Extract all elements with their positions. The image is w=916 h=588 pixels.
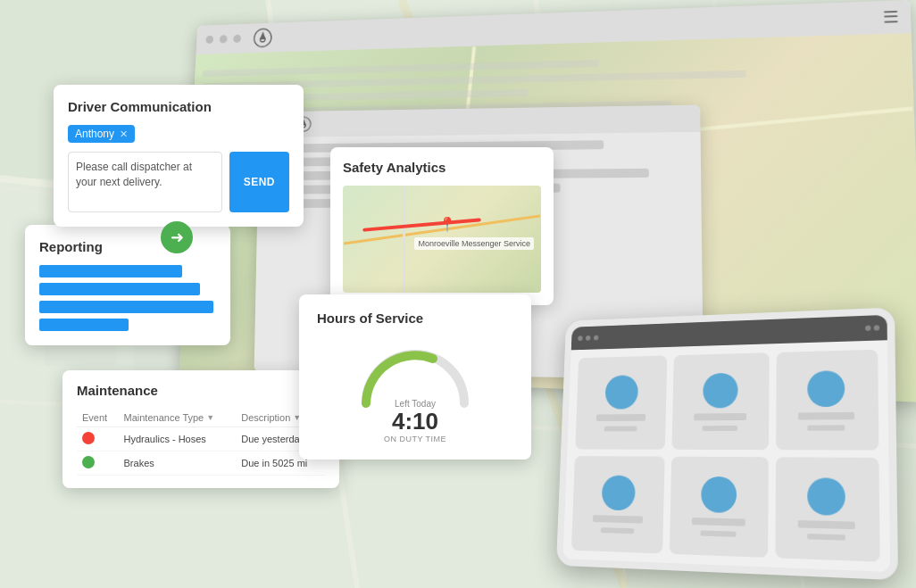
bar-4 — [39, 319, 129, 331]
bar-3 — [39, 301, 213, 313]
maintenance-desc-2: Due in 5025 mi — [241, 458, 307, 468]
tablet-line-short-1 — [604, 426, 637, 431]
driver-comm-title: Driver Communication — [68, 99, 289, 114]
maintenance-desc-1: Due yesterday — [241, 434, 304, 444]
tablet-line-5 — [692, 517, 745, 526]
tablet-card-3 — [776, 350, 879, 451]
tablet-line-1 — [596, 414, 645, 421]
gauge-container — [317, 336, 513, 408]
tablet-line-3 — [798, 411, 854, 419]
description-label: Description — [241, 412, 290, 423]
tablet-dot-4 — [865, 326, 870, 331]
browser-dot-1 — [205, 36, 213, 44]
maintenance-type-2: Brakes — [124, 458, 154, 468]
chevron-down-icon: ▼ — [206, 413, 214, 422]
bar-chart — [39, 265, 216, 331]
maintenance-card: Maintenance Event Maintenance Type ▼ Des… — [62, 370, 339, 488]
tablet-line-short-6 — [808, 534, 846, 541]
browser-dot-2 — [220, 35, 228, 43]
hos-title: Hours of Service — [317, 311, 513, 326]
maintenance-type-filter[interactable]: Maintenance Type ▼ — [124, 412, 215, 423]
tablet-line-6 — [798, 519, 855, 528]
col-event: Event — [77, 409, 119, 427]
maintenance-table-body: Hydraulics - Hoses Due yesterday Brakes … — [77, 427, 325, 476]
remove-recipient-button[interactable]: ✕ — [120, 128, 128, 140]
tablet-card-5 — [670, 457, 768, 558]
tablet-card-1 — [575, 355, 667, 449]
tablet-circle-1 — [604, 375, 638, 410]
safety-road-2 — [403, 186, 405, 293]
browser-dot-3 — [233, 35, 241, 43]
tablet-circle-5 — [701, 476, 737, 512]
maintenance-type-1: Hydraulics - Hoses — [124, 434, 206, 444]
type-cell-1: Hydraulics - Hoses — [119, 427, 237, 451]
status-badge-red — [82, 432, 95, 444]
hos-duty-label: ON DUTY TIME — [317, 435, 513, 443]
hamburger-icon: ☰ — [882, 7, 899, 28]
reporting-card: Reporting — [25, 225, 230, 345]
status-cell-1 — [77, 427, 119, 451]
bar-row-2 — [39, 283, 216, 295]
bar-1 — [39, 265, 182, 277]
table-header-row: Event Maintenance Type ▼ Description ▼ — [77, 409, 325, 427]
hours-of-service-card: Hours of Service Left Today 4:10 ON DUTY… — [299, 294, 531, 460]
bar-row-3 — [39, 301, 216, 313]
tablet-line-2 — [694, 412, 746, 419]
tablet-line-4 — [593, 515, 643, 523]
maintenance-type-label: Maintenance Type — [124, 412, 204, 423]
fleet-logo-icon — [253, 28, 272, 47]
recipient-tag[interactable]: Anthony ✕ — [68, 125, 135, 143]
hos-time-display: 4:10 — [317, 409, 513, 435]
status-cell-2 — [77, 451, 119, 476]
col-maintenance-type: Maintenance Type ▼ — [119, 409, 237, 427]
message-input[interactable]: Please call dispatcher at your next deli… — [68, 152, 222, 212]
status-badge-green — [82, 456, 95, 468]
tablet-circle-6 — [808, 477, 846, 516]
table-row: Brakes Due in 5025 mi — [77, 451, 325, 476]
hos-info: Left Today 4:10 ON DUTY TIME — [317, 399, 513, 443]
driver-communication-card: Driver Communication Anthony ✕ Please ca… — [54, 85, 304, 227]
safety-location-label: Monroeville Messenger Service — [414, 237, 534, 250]
tablet-line-short-2 — [703, 426, 737, 431]
tablet-card-4 — [571, 456, 665, 553]
tablet-circle-3 — [808, 370, 845, 407]
bar-row-1 — [39, 265, 216, 277]
tablet-line-short-3 — [808, 425, 845, 430]
safety-analytics-title: Safety Analytics — [343, 160, 541, 175]
tablet-card-6 — [775, 457, 880, 561]
send-button[interactable]: SEND — [229, 152, 289, 212]
type-cell-2: Brakes — [119, 451, 237, 476]
tablet-dot-3 — [594, 335, 599, 341]
tablet-circle-4 — [601, 475, 635, 510]
recipient-name: Anthony — [75, 128, 114, 140]
tablet-dot-1 — [578, 335, 582, 341]
message-row: Please call dispatcher at your next deli… — [68, 152, 289, 212]
tablet-card-2 — [672, 352, 770, 450]
tablet-line-short-5 — [700, 530, 736, 536]
maintenance-title: Maintenance — [77, 383, 325, 398]
tablet-line-short-4 — [600, 527, 634, 534]
event-header-label: Event — [82, 412, 107, 423]
tablet-device — [556, 307, 898, 580]
safety-map-preview: 📍 Monroeville Messenger Service — [343, 186, 541, 293]
safety-analytics-card: Safety Analytics 📍 Monroeville Messenger… — [330, 147, 554, 305]
bar-2 — [39, 283, 200, 295]
tablet-content — [562, 340, 889, 572]
bar-row-4 — [39, 319, 216, 331]
table-row: Hydraulics - Hoses Due yesterday — [77, 427, 325, 451]
gauge-chart — [353, 336, 478, 408]
tablet-circle-2 — [703, 372, 738, 408]
tablet-dot-5 — [874, 325, 879, 330]
tablet-dot-2 — [586, 335, 591, 341]
location-pin-icon: 📍 — [438, 216, 456, 233]
description-filter[interactable]: Description ▼ — [241, 412, 301, 423]
maintenance-table: Event Maintenance Type ▼ Description ▼ — [77, 409, 325, 476]
